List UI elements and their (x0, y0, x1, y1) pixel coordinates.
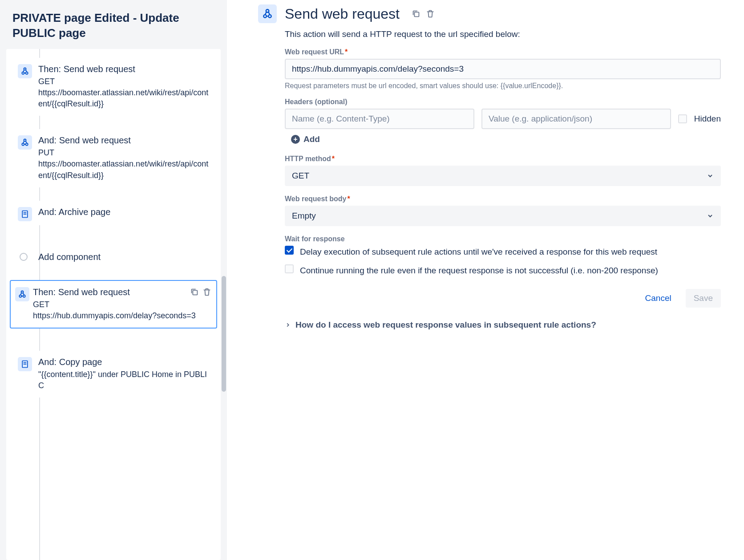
rule-step-method: GET (33, 299, 211, 310)
wait-for-response-label: Wait for response (285, 235, 721, 243)
url-label: Web request URL* (285, 48, 721, 56)
svg-point-1 (26, 72, 28, 74)
header-name-input[interactable] (285, 109, 474, 129)
rule-step-title: And: Copy page (38, 357, 212, 367)
disclosure-text: How do I access web request response val… (295, 320, 596, 330)
add-label: Add (303, 134, 320, 144)
rule-sidebar: PRIVATE page Edited - Update PUBLIC page… (0, 0, 227, 560)
svg-point-16 (263, 15, 267, 17)
webhook-icon (15, 287, 29, 301)
svg-point-9 (19, 295, 21, 297)
add-header-button[interactable]: + Add (291, 134, 721, 144)
svg-rect-12 (193, 290, 197, 295)
http-method-select[interactable]: GET (285, 166, 721, 186)
add-component-label: Add component (38, 252, 101, 262)
headers-label: Headers (optional) (285, 98, 721, 106)
rule-step-url: https://boomaster.atlassian.net/wiki/res… (38, 158, 212, 181)
add-circle-icon (20, 253, 28, 261)
delay-execution-text: Delay execution of subsequent rule actio… (300, 246, 657, 258)
action-config-panel: Send web request This action will send a… (227, 0, 744, 560)
page-icon (18, 357, 32, 371)
web-request-url-input[interactable] (285, 59, 721, 79)
sidebar-scrollbar[interactable] (221, 27, 227, 560)
svg-point-3 (22, 143, 24, 146)
sidebar-scroll-thumb[interactable] (222, 276, 226, 392)
plus-icon: + (291, 135, 300, 144)
svg-point-10 (23, 295, 25, 297)
request-body-label: Web request body* (285, 195, 721, 203)
continue-on-fail-checkbox[interactable] (285, 264, 294, 273)
rule-step-send-web-request-2[interactable]: And: Send web request PUT https://boomas… (10, 129, 217, 187)
rule-step-archive-page[interactable]: And: Archive page (10, 201, 217, 225)
delay-execution-checkbox[interactable] (285, 246, 294, 255)
copy-icon[interactable] (190, 287, 199, 297)
rule-step-copy-page[interactable]: And: Copy page "{{content.title}}" under… (10, 351, 217, 398)
rule-step-send-web-request[interactable]: Then: Send web request GET https://booma… (10, 58, 217, 116)
header-value-input[interactable] (481, 109, 671, 129)
rule-name: PRIVATE page Edited - Update PUBLIC page (0, 0, 227, 49)
rule-step-title: And: Send web request (38, 135, 212, 146)
http-method-label: HTTP method* (285, 155, 721, 163)
trash-icon[interactable] (425, 9, 435, 19)
cancel-button[interactable]: Cancel (637, 289, 679, 308)
rule-step-method: GET (38, 76, 212, 87)
request-body-select[interactable]: Empty (285, 206, 721, 226)
header-hidden-checkbox[interactable] (678, 114, 687, 123)
request-body-value: Empty (292, 211, 316, 221)
webhook-icon (18, 135, 32, 150)
rule-step-title: And: Archive page (38, 207, 212, 217)
add-component-button[interactable]: Add component (10, 248, 217, 267)
panel-description: This action will send a HTTP request to … (285, 29, 721, 39)
copy-icon[interactable] (411, 9, 421, 19)
rule-step-selected-send-web-request[interactable]: Then: Send web request GET https://hub.d… (10, 280, 217, 329)
rule-step-url: https://hub.dummyapis.com/delay?seconds=… (33, 310, 211, 321)
http-method-value: GET (292, 171, 309, 181)
hidden-label: Hidden (694, 114, 721, 124)
panel-title: Send web request (285, 6, 400, 22)
chevron-down-icon (707, 172, 714, 179)
webhook-icon (258, 4, 277, 23)
rule-step-method: PUT (38, 147, 212, 158)
help-disclosure[interactable]: How do I access web request response val… (285, 320, 721, 330)
rule-step-sub: "{{content.title}}" under PUBLIC Home in… (38, 369, 212, 391)
trash-icon[interactable] (202, 287, 212, 297)
rule-step-title: Then: Send web request (38, 64, 212, 74)
rule-component-list: Then: Send web request GET https://booma… (6, 49, 221, 560)
webhook-icon (18, 64, 32, 78)
svg-rect-19 (414, 12, 419, 16)
page-icon (18, 207, 32, 221)
continue-on-fail-text: Continue running the rule even if the re… (300, 264, 658, 277)
chevron-right-icon (285, 322, 291, 328)
svg-point-17 (268, 15, 271, 17)
save-button[interactable]: Save (686, 289, 721, 308)
rule-step-title: Then: Send web request (33, 287, 211, 297)
svg-point-4 (26, 143, 28, 146)
rule-step-url: https://boomaster.atlassian.net/wiki/res… (38, 87, 212, 110)
chevron-down-icon (707, 212, 714, 219)
svg-point-0 (22, 72, 24, 74)
url-hint: Request parameters must be url encoded, … (285, 82, 721, 90)
